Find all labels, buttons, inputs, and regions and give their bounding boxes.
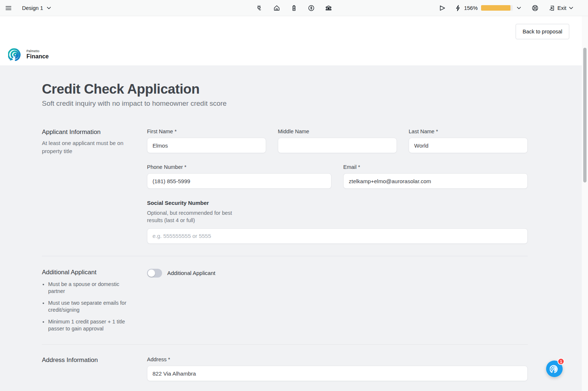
applicant-information-section: Applicant Information At least one appli… bbox=[42, 128, 528, 244]
additional-applicant-rules: Must be a spouse or domestic partner Mus… bbox=[48, 281, 133, 333]
financing-button[interactable] bbox=[324, 4, 333, 12]
toggle-knob bbox=[148, 269, 155, 277]
address-field-group: Address * bbox=[147, 356, 528, 381]
bolt-icon bbox=[455, 5, 461, 11]
last-name-field-group: Last Name * bbox=[409, 128, 528, 153]
last-name-label: Last Name * bbox=[409, 128, 528, 134]
run-simulation-button[interactable] bbox=[438, 4, 447, 12]
chevron-down-icon bbox=[517, 7, 521, 10]
scrollbar-track bbox=[582, 16, 588, 391]
design-selector-label: Design 1 bbox=[22, 5, 43, 11]
battery-button[interactable] bbox=[290, 4, 298, 12]
address-information-heading: Address Information bbox=[42, 356, 138, 364]
first-name-input[interactable] bbox=[147, 138, 266, 153]
section-divider bbox=[42, 256, 528, 256]
performance-expand-button[interactable] bbox=[516, 6, 522, 10]
middle-name-field-group: Middle Name bbox=[278, 128, 397, 153]
pricing-button[interactable] bbox=[307, 4, 316, 12]
additional-applicant-toggle-label: Additional Applicant bbox=[167, 270, 215, 276]
email-field-group: Email * bbox=[343, 164, 528, 189]
hamburger-icon bbox=[5, 5, 12, 11]
phone-label: Phone Number * bbox=[147, 164, 331, 170]
help-lifebuoy-icon bbox=[531, 4, 539, 12]
applicant-information-description: At least one applicant must be on proper… bbox=[42, 139, 126, 155]
chat-notification-badge: 1 bbox=[557, 358, 564, 365]
chevron-down-icon bbox=[47, 7, 51, 10]
address-input[interactable] bbox=[147, 366, 528, 381]
logo-brand: Palmetto bbox=[26, 49, 49, 53]
battery-icon bbox=[290, 4, 298, 12]
bank-icon bbox=[325, 4, 332, 12]
ssn-label: Social Security Number bbox=[147, 200, 528, 206]
middle-name-input[interactable] bbox=[278, 138, 397, 153]
logo-product: Finance bbox=[26, 53, 49, 60]
chat-logo-icon bbox=[550, 364, 559, 374]
exit-icon bbox=[548, 5, 555, 11]
last-name-input[interactable] bbox=[409, 138, 528, 153]
address-information-section: Address Information Address * City * Sta… bbox=[42, 356, 528, 391]
page-header: Back to proposal Palmetto Finance bbox=[0, 16, 588, 65]
performance-bar-fill bbox=[481, 5, 510, 11]
first-name-field-group: First Name * bbox=[147, 128, 266, 153]
credit-check-page: Credit Check Application Soft credit inq… bbox=[0, 65, 588, 391]
phone-field-group: Phone Number * bbox=[147, 164, 331, 189]
ssn-description: Optional, but recommended for best resul… bbox=[147, 209, 235, 224]
plug-icon bbox=[256, 4, 263, 12]
page-title: Credit Check Application bbox=[42, 82, 528, 97]
hamburger-menu-button[interactable] bbox=[4, 4, 12, 12]
additional-applicant-toggle[interactable] bbox=[147, 269, 162, 278]
design-selector[interactable]: Design 1 bbox=[22, 5, 51, 11]
logo-text: Palmetto Finance bbox=[26, 49, 49, 60]
applicant-information-heading: Applicant Information bbox=[42, 128, 138, 136]
chevron-down-icon bbox=[569, 7, 573, 10]
chat-launcher-button[interactable]: 1 bbox=[546, 361, 563, 377]
email-input[interactable] bbox=[343, 173, 528, 189]
phone-input[interactable] bbox=[147, 173, 331, 189]
play-icon bbox=[439, 5, 446, 11]
back-to-proposal-button[interactable]: Back to proposal bbox=[516, 24, 569, 39]
rule-item: Must be a spouse or domestic partner bbox=[48, 281, 133, 295]
ssn-input[interactable] bbox=[147, 228, 528, 244]
additional-applicant-heading: Additional Applicant bbox=[42, 269, 138, 276]
performance-group: 156% bbox=[455, 5, 522, 11]
scrollbar-thumb[interactable] bbox=[583, 48, 587, 182]
utility-rates-button[interactable] bbox=[255, 4, 264, 12]
performance-bar bbox=[481, 5, 513, 11]
email-label: Email * bbox=[343, 164, 528, 170]
rule-item: Must use two separate emails for credit/… bbox=[48, 300, 133, 314]
home-button[interactable] bbox=[272, 4, 281, 12]
exit-label: Exit bbox=[557, 5, 566, 11]
performance-percent: 156% bbox=[464, 5, 478, 11]
section-divider bbox=[42, 344, 528, 345]
toolbar: Design 1 156% bbox=[0, 0, 588, 16]
first-name-label: First Name * bbox=[147, 128, 266, 134]
home-icon bbox=[273, 4, 280, 12]
ssn-field-group: Social Security Number Optional, but rec… bbox=[147, 200, 528, 244]
palmetto-finance-logo: Palmetto Finance bbox=[8, 47, 49, 62]
rule-item: Minimum 1 credit passer + 1 title passer… bbox=[48, 318, 133, 332]
palmetto-logo-icon bbox=[8, 47, 23, 62]
help-button[interactable] bbox=[531, 4, 539, 12]
coin-dollar-icon bbox=[308, 4, 315, 12]
additional-applicant-section: Additional Applicant Must be a spouse or… bbox=[42, 269, 528, 333]
exit-menu[interactable]: Exit bbox=[548, 5, 573, 11]
middle-name-label: Middle Name bbox=[278, 128, 397, 134]
page-subtitle: Soft credit inquiry with no impact to ho… bbox=[42, 99, 528, 108]
address-label: Address * bbox=[147, 356, 528, 362]
